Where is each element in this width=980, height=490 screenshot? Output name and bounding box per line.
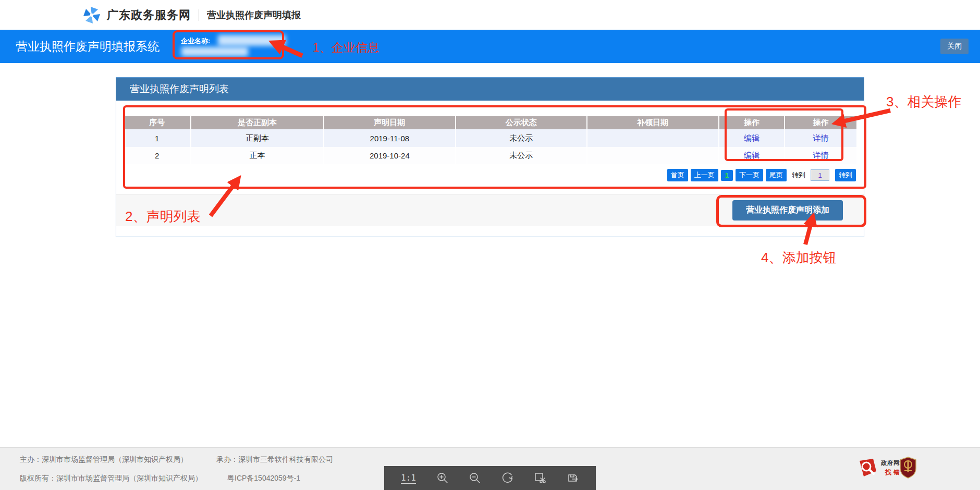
edit-link[interactable]: 编辑: [744, 151, 760, 160]
page-current-button[interactable]: 1: [721, 170, 733, 181]
declaration-list-panel: 营业执照作废声明列表 序号 是否正副本 声明日期 公示状态 补领日期 操作 操作: [116, 77, 864, 237]
system-banner: 营业执照作废声明填报系统 企业名称: 关闭: [0, 30, 980, 63]
cell-declare-date: 2019-11-08: [324, 129, 456, 147]
col-declare-date: 声明日期: [324, 116, 456, 129]
police-shield-badge-icon[interactable]: [900, 457, 916, 479]
redacted-company-name: [218, 35, 286, 46]
declaration-table: 序号 是否正副本 声明日期 公示状态 补领日期 操作 操作 1 正副本 2019…: [124, 116, 856, 164]
panel-footer: 营业执照作废声明添加: [116, 194, 864, 226]
annotation-label-add: 4、添加按钮: [761, 249, 836, 267]
system-title: 营业执照作废声明填报系统: [16, 39, 160, 55]
panel-header: 营业执照作废声明列表: [116, 78, 864, 101]
page-last-button[interactable]: 尾页: [766, 169, 787, 181]
footer-host-line: 主办：深圳市市场监督管理局（深圳市知识产权局）承办：深圳市三希软件科技有限公司: [20, 455, 333, 464]
page-first-button[interactable]: 首页: [667, 169, 688, 181]
cell-copy-type: 正本: [191, 147, 323, 164]
cell-seq: 1: [124, 129, 191, 147]
company-name-label: 企业名称:: [181, 36, 210, 46]
cell-declare-date: 2019-10-24: [324, 147, 456, 164]
col-seq: 序号: [124, 116, 191, 129]
add-declaration-button[interactable]: 营业执照作废声明添加: [732, 200, 843, 220]
rotate-icon[interactable]: [501, 472, 514, 484]
pagination: 首页 上一页 1 下一页 尾页 转到 转到: [116, 169, 856, 181]
host-label: 主办：: [20, 455, 42, 463]
cell-publicity: 未公示: [456, 129, 587, 147]
undertaker-label: 承办：: [216, 455, 238, 463]
annotation-overlay: 1、企业信息 2、声明列表 3、相关操作 4、添加按钮: [0, 0, 980, 490]
site-header: 广东政务服务网 营业执照作废声明填报: [0, 0, 980, 30]
brand-title: 广东政务服务网: [107, 7, 191, 23]
table-row: 1 正副本 2019-11-08 未公示 编辑 详情: [124, 129, 856, 147]
save-export-icon[interactable]: [567, 472, 579, 484]
detail-link[interactable]: 详情: [813, 133, 829, 142]
header-divider: [199, 9, 199, 21]
cell-copy-type: 正副本: [191, 129, 323, 147]
icp-number: 粤ICP备15042059号-1: [227, 474, 300, 482]
col-copy-type: 是否正副本: [191, 116, 323, 129]
copyright-value: 深圳市市场监督管理局（深圳市知识产权局）: [56, 474, 202, 482]
gdzwfw-logo-icon: [82, 6, 101, 24]
col-operation-1: 操作: [719, 116, 785, 129]
goto-label: 转到: [792, 170, 805, 180]
zoom-out-icon[interactable]: [469, 472, 481, 484]
cell-publicity: 未公示: [456, 147, 587, 164]
find-error-magnifier-icon: [858, 458, 878, 479]
col-reissue-date: 补领日期: [587, 116, 719, 129]
actual-size-button[interactable]: 1:1: [401, 473, 416, 484]
edit-link[interactable]: 编辑: [744, 133, 760, 142]
page-prev-button[interactable]: 上一页: [691, 169, 718, 181]
table-row: 2 正本 2019-10-24 未公示 编辑 详情: [124, 147, 856, 164]
goto-page-input[interactable]: [811, 169, 829, 181]
host-value: 深圳市市场监督管理局（深圳市知识产权局）: [42, 455, 188, 463]
undertaker-value: 深圳市三希软件科技有限公司: [238, 455, 333, 463]
goto-button[interactable]: 转到: [835, 169, 856, 181]
annotation-label-operations: 3、相关操作: [886, 93, 961, 111]
copyright-label: 版权所有：: [20, 474, 56, 482]
cell-reissue-date: [587, 129, 719, 147]
footer-copyright-line: 版权所有：深圳市市场监督管理局（深圳市知识产权局）粤ICP备15042059号-…: [20, 474, 300, 483]
col-operation-2: 操作: [785, 116, 856, 129]
redacted-company-code: [181, 47, 248, 56]
app-title: 营业执照作废声明填报: [207, 9, 301, 21]
gov-site-error-badge[interactable]: 政府网站 找错: [858, 458, 906, 479]
cell-reissue-date: [587, 147, 719, 164]
crop-screenshot-icon[interactable]: [534, 472, 546, 484]
annotation-arrows: [0, 0, 980, 490]
image-viewer-toolbar: 1:1: [384, 466, 596, 490]
close-button[interactable]: 关闭: [940, 39, 969, 54]
table-header-row: 序号 是否正副本 声明日期 公示状态 补领日期 操作 操作: [124, 116, 856, 129]
panel-title: 营业执照作废声明列表: [130, 82, 229, 96]
detail-link[interactable]: 详情: [813, 151, 829, 160]
cell-seq: 2: [124, 147, 191, 164]
col-publicity: 公示状态: [456, 116, 587, 129]
zoom-in-icon[interactable]: [436, 472, 449, 484]
page-next-button[interactable]: 下一页: [736, 169, 763, 181]
